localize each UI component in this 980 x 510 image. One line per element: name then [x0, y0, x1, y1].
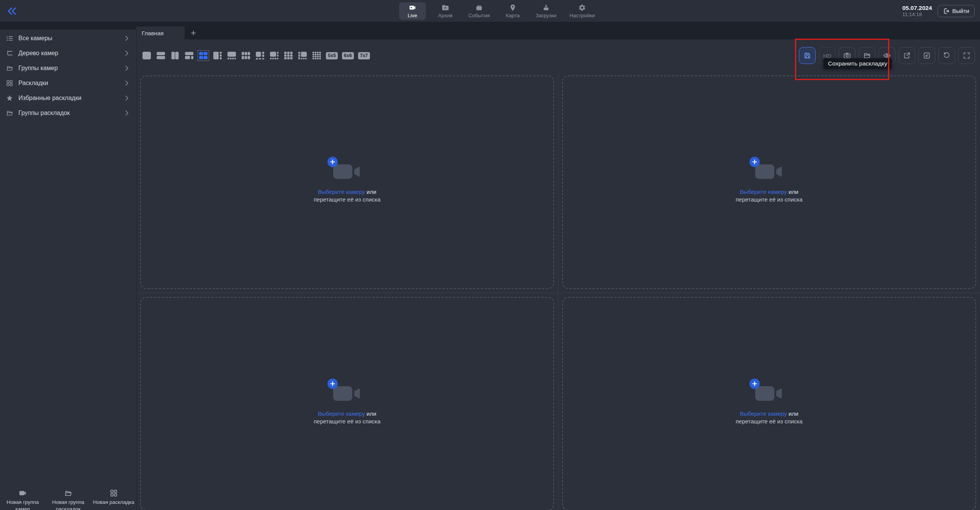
camera-slot-dropzone[interactable]: Выберите камеруили перетащите её из спис… [140, 75, 554, 289]
tab-strip: Главная + [136, 26, 980, 39]
placeholder-text: Выберите камеруили перетащите её из спис… [736, 410, 803, 425]
sidebar-item-camera-groups[interactable]: Группы камер [0, 61, 136, 75]
grid-icon [109, 489, 118, 497]
share-external-icon [903, 51, 911, 60]
camera-slot-3[interactable]: Выберите камеруили перетащите её из спис… [136, 293, 558, 510]
layout-preset-4x4-button[interactable] [312, 51, 322, 60]
camera-placeholder: Выберите камеруили перетащите её из спис… [736, 383, 803, 425]
nav-map-label: Карта [506, 13, 520, 18]
hd-label: HD [823, 52, 831, 59]
export-button[interactable] [898, 47, 915, 64]
add-tab-button[interactable]: + [185, 26, 202, 39]
nav-archive[interactable]: Архив [432, 2, 459, 20]
camera-illustration [330, 161, 364, 182]
topbar-right: 05.07.2024 11:14:18 Выйти [902, 0, 975, 22]
floppy-disk-icon [803, 51, 811, 60]
layout-5x5-button[interactable]: 5x5 [326, 52, 338, 59]
main-area: Главная + 5x5 6x6 7x7 [136, 22, 980, 510]
new-layout-label: Новая раскладка [92, 499, 136, 506]
clock: 05.07.2024 11:14:18 [902, 5, 932, 17]
layout-6x6-button[interactable]: 6x6 [342, 52, 354, 59]
placeholder-text: Выберите камеруили перетащите её из спис… [314, 410, 381, 425]
current-time: 11:14:18 [902, 11, 932, 18]
select-camera-link[interactable]: Выберите камеру [740, 410, 787, 417]
logout-button[interactable]: Выйти [937, 5, 975, 17]
sidebar-item-label: Группы камер [18, 65, 118, 72]
camera-grid: Выберите камеруили перетащите её из спис… [136, 72, 980, 510]
layout-preset-3x3-button[interactable] [283, 51, 293, 60]
nav-live[interactable]: Live [399, 2, 426, 20]
layout-preset-1-plus-4-button[interactable] [227, 51, 237, 60]
new-layout-button[interactable]: Новая раскладка [91, 489, 136, 510]
current-date: 05.07.2024 [902, 5, 932, 11]
camera-slot-dropzone[interactable]: Выберите камеруили перетащите её из спис… [562, 297, 977, 510]
tab-main-label: Главная [142, 30, 164, 36]
layout-preset-2-rows-button[interactable] [156, 51, 166, 60]
double-chevron-left-icon [7, 7, 17, 15]
sidebar-item-label: Раскладки [18, 80, 118, 87]
layout-preset-2x2-button[interactable] [198, 51, 208, 60]
new-layout-group-label: Новая группа раскладок [46, 499, 90, 510]
sidebar-item-layout-groups[interactable]: Группы раскладок [0, 105, 136, 120]
list-icon [6, 34, 13, 42]
nav-archive-label: Архив [438, 13, 453, 18]
nav-map[interactable]: Карта [499, 2, 526, 20]
sidebar-item-label: Избранные раскладки [18, 95, 118, 102]
add-camera-button[interactable] [327, 379, 338, 389]
video-camera-icon [408, 4, 417, 11]
select-camera-link[interactable]: Выберите камеру [318, 410, 365, 417]
camera-slot-dropzone[interactable]: Выберите камеруили перетащите её из спис… [562, 75, 977, 289]
folder-open-icon [6, 109, 13, 117]
camera-slot-4[interactable]: Выберите камеруили перетащите её из спис… [558, 293, 980, 510]
refresh-button[interactable] [938, 47, 955, 64]
new-layout-group-button[interactable]: Новая группа раскладок [46, 489, 91, 510]
plus-icon [752, 381, 757, 386]
shrink-button[interactable] [918, 47, 935, 64]
layout-preset-1-plus-2-button[interactable] [184, 51, 194, 60]
chevron-right-icon [123, 94, 131, 102]
camera-slot-1[interactable]: Выберите камеруили перетащите её из спис… [136, 72, 558, 293]
nav-downloads[interactable]: Загрузки [532, 2, 560, 20]
camera-illustration [752, 383, 786, 404]
camera-illustration [752, 161, 786, 182]
nav-settings[interactable]: Настройки [566, 2, 598, 20]
placeholder-text: Выберите камеруили перетащите её из спис… [736, 188, 803, 203]
nav-events[interactable]: События [465, 2, 493, 20]
camera-placeholder: Выберите камеруили перетащите её из спис… [736, 161, 803, 203]
camera-illustration [330, 383, 364, 404]
sidebar-collapse-button[interactable] [6, 5, 18, 17]
folder-play-icon [441, 4, 450, 11]
camera-slot-dropzone[interactable]: Выберите камеруили перетащите её из спис… [140, 297, 554, 510]
camera-slot-2[interactable]: Выберите камеруили перетащите её из спис… [558, 72, 980, 293]
sidebar: Все камеры Дерево камер Группы камер Рас… [0, 30, 137, 510]
plus-icon [330, 159, 335, 164]
sidebar-item-label: Группы раскладок [18, 110, 118, 116]
add-camera-button[interactable] [749, 379, 760, 389]
sidebar-item-label: Дерево камер [18, 50, 118, 57]
folder-open-icon [64, 489, 73, 497]
layout-preset-1-plus-8-button[interactable] [298, 51, 308, 60]
grid-icon [6, 79, 13, 87]
layout-7x7-button[interactable]: 7x7 [358, 52, 370, 59]
layout-preset-2-cols-button[interactable] [170, 51, 180, 60]
tab-main[interactable]: Главная [136, 26, 185, 39]
layout-preset-1-plus-3-button[interactable] [213, 51, 223, 60]
select-camera-link[interactable]: Выберите камеру [740, 189, 787, 195]
new-camera-group-label: Новая группа камер [0, 499, 45, 510]
nav-downloads-label: Загрузки [536, 13, 556, 18]
map-pin-icon [508, 4, 517, 11]
sidebar-item-all-cameras[interactable]: Все камеры [0, 31, 136, 46]
select-camera-link[interactable]: Выберите камеру [318, 189, 365, 195]
save-layout-button[interactable] [799, 47, 816, 64]
chevron-right-icon [123, 34, 131, 42]
new-camera-group-button[interactable]: Новая группа камер [0, 489, 46, 510]
sidebar-item-layouts[interactable]: Раскладки [0, 75, 136, 90]
fullscreen-button[interactable] [958, 47, 975, 64]
layout-preset-3x2-button[interactable] [241, 51, 251, 60]
sidebar-item-camera-tree[interactable]: Дерево камер [0, 46, 136, 61]
layout-preset-1x1-button[interactable] [142, 51, 152, 60]
sidebar-item-favorite-layouts[interactable]: Избранные раскладки [0, 90, 136, 105]
layout-preset-1-plus-5-button[interactable] [255, 51, 265, 60]
layout-preset-1-plus-7-button[interactable] [269, 51, 279, 60]
chevron-right-icon [123, 64, 131, 72]
